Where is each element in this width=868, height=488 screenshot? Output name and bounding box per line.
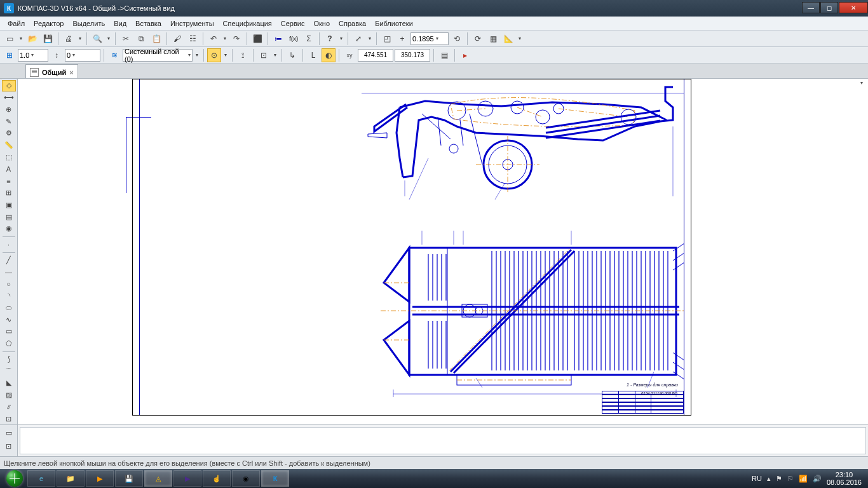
- tool-spec[interactable]: A: [2, 163, 16, 175]
- tray-action-icon[interactable]: ⚐: [787, 475, 794, 483]
- new-button[interactable]: ▭: [3, 32, 17, 46]
- menu-libraries[interactable]: Библиотеки: [371, 18, 417, 29]
- draw-point[interactable]: ·: [2, 239, 16, 250]
- grid-toggle[interactable]: ⊡: [257, 48, 271, 62]
- refresh-button[interactable]: ⟳: [471, 32, 485, 46]
- task-ie[interactable]: e: [27, 470, 55, 487]
- snap-toggle[interactable]: ⊙: [207, 48, 221, 62]
- whats-this-button[interactable]: ?: [323, 32, 337, 46]
- draw-arc[interactable]: ◝: [2, 290, 16, 302]
- local-cs-button[interactable]: ↳: [285, 48, 299, 62]
- tray-lang[interactable]: RU: [752, 475, 762, 482]
- doc-icon[interactable]: ▤: [437, 48, 451, 62]
- tray-chevron-icon[interactable]: ▴: [767, 475, 771, 483]
- menu-tools[interactable]: Инструменты: [166, 18, 218, 29]
- fx-button[interactable]: f(x): [287, 32, 301, 46]
- redo-button[interactable]: ↷: [229, 32, 243, 46]
- ortho-toggle[interactable]: L: [306, 48, 320, 62]
- undo-button[interactable]: ↶: [207, 32, 220, 46]
- menu-window[interactable]: Окно: [309, 18, 334, 29]
- menu-specification[interactable]: Спецификация: [219, 18, 276, 29]
- draw-contour[interactable]: ⟆: [2, 353, 16, 365]
- draw-polygon[interactable]: ⬠: [2, 338, 16, 349]
- task-word[interactable]: 💾: [115, 470, 143, 487]
- dimension-icon[interactable]: ⟟: [236, 48, 250, 62]
- task-mediaplayer[interactable]: ▶: [86, 470, 114, 487]
- menu-view[interactable]: Вид: [110, 18, 130, 29]
- tool-edit[interactable]: ✎: [2, 116, 16, 127]
- coord-x-input[interactable]: [358, 49, 393, 62]
- collapse-panel-icon[interactable]: ▾: [860, 80, 867, 86]
- draw-hatch[interactable]: ▨: [2, 390, 16, 401]
- measure-button[interactable]: 📐: [501, 32, 515, 46]
- tool-measure[interactable]: 📏: [2, 140, 16, 151]
- zoom-dropdown[interactable]: ▾: [367, 32, 373, 46]
- start-button[interactable]: [3, 469, 27, 488]
- panel-tab-1[interactable]: ▭: [2, 427, 16, 438]
- menu-editor[interactable]: Редактор: [30, 18, 67, 29]
- format-painter-button[interactable]: 🖌: [170, 32, 184, 46]
- open-button[interactable]: 📂: [25, 32, 39, 46]
- draw-ellipse[interactable]: ⬭: [2, 302, 16, 314]
- minimize-button[interactable]: —: [802, 2, 820, 13]
- layer-select[interactable]: Системный слой (0) ▾: [123, 49, 193, 62]
- draw-spline[interactable]: ∿: [2, 314, 16, 325]
- menu-file[interactable]: Файл: [4, 18, 29, 29]
- drawing-canvas[interactable]: ▾: [18, 79, 868, 424]
- panel-tab-2[interactable]: ⊡: [2, 440, 16, 452]
- zoom-fit-button[interactable]: ⤢: [351, 32, 365, 46]
- task-app-1[interactable]: ◬: [144, 470, 172, 487]
- help-dropdown[interactable]: ▾: [338, 32, 344, 46]
- property-area[interactable]: [20, 427, 866, 454]
- tool-sheets[interactable]: ▤: [2, 211, 16, 222]
- preview-button[interactable]: 🔍: [90, 32, 104, 46]
- draw-collect[interactable]: ⊡: [2, 413, 16, 424]
- round-toggle[interactable]: ◐: [322, 48, 336, 62]
- tool-params[interactable]: ⚙: [2, 128, 16, 139]
- maximize-button[interactable]: ◻: [820, 2, 838, 13]
- tray-volume-icon[interactable]: 🔊: [813, 475, 822, 483]
- new-dropdown[interactable]: ▾: [18, 32, 24, 46]
- menu-insert[interactable]: Вставка: [132, 18, 165, 29]
- zoom-in-button[interactable]: +: [395, 32, 409, 46]
- state-input[interactable]: 0 ▾: [65, 49, 100, 62]
- properties-button[interactable]: ☷: [186, 32, 200, 46]
- zoom-previous-button[interactable]: ⟲: [450, 32, 464, 46]
- tray-network-icon[interactable]: 📶: [799, 475, 808, 483]
- draw-equidist[interactable]: ⫽: [2, 401, 16, 412]
- tool-other[interactable]: ◉: [2, 223, 16, 234]
- print-dropdown[interactable]: ▾: [77, 32, 83, 46]
- step-input[interactable]: 1.0 ▾: [18, 49, 48, 62]
- undo-dropdown[interactable]: ▾: [222, 32, 228, 46]
- tool-reports[interactable]: ≡: [2, 175, 16, 187]
- save-button[interactable]: 💾: [41, 32, 55, 46]
- measure-dropdown[interactable]: ▾: [517, 32, 523, 46]
- frames-button[interactable]: ▦: [486, 32, 500, 46]
- layer-dropdown[interactable]: ▾: [194, 48, 200, 62]
- task-app-3[interactable]: ☝: [203, 470, 231, 487]
- tab-close-icon[interactable]: ×: [69, 69, 73, 76]
- task-kompas[interactable]: К: [261, 470, 289, 487]
- step-icon[interactable]: ⊞: [3, 48, 17, 62]
- draw-fillet[interactable]: ⌒: [2, 365, 16, 377]
- variables-button[interactable]: ≔: [271, 32, 285, 46]
- menu-service[interactable]: Сервис: [277, 18, 309, 29]
- layers-icon[interactable]: ≋: [107, 48, 121, 62]
- tool-insert[interactable]: ⊞: [2, 187, 16, 199]
- task-app-2[interactable]: ▶: [173, 470, 201, 487]
- tray-clock[interactable]: 23:10 08.06.2016: [827, 471, 862, 486]
- tool-dimensions[interactable]: ⟷: [2, 92, 16, 104]
- coord-mode-button[interactable]: xy: [342, 48, 356, 62]
- draw-rect[interactable]: ▭: [2, 326, 16, 337]
- tray-flag-icon[interactable]: ⚑: [776, 475, 782, 483]
- draw-chamfer[interactable]: ◣: [2, 377, 16, 389]
- print-button[interactable]: 🖨: [62, 32, 76, 46]
- draw-circle[interactable]: ○: [2, 278, 16, 290]
- tool-views[interactable]: ▣: [2, 200, 16, 211]
- document-tab-active[interactable]: Общий ×: [25, 64, 78, 78]
- stop-button[interactable]: ⬛: [250, 32, 264, 46]
- sigma-button[interactable]: Σ: [302, 32, 316, 46]
- preview-dropdown[interactable]: ▾: [105, 32, 112, 46]
- zoom-window-button[interactable]: ◰: [380, 32, 394, 46]
- tool-symbols[interactable]: ⊕: [2, 104, 16, 116]
